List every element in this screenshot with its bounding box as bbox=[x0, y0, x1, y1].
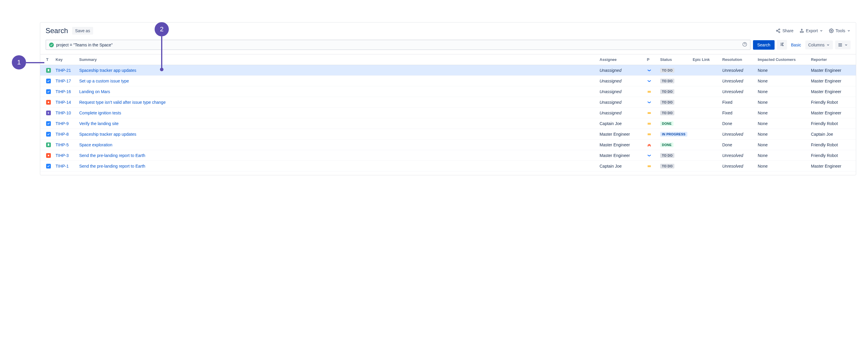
cell-summary[interactable]: Request type isn't valid after issue typ… bbox=[77, 97, 597, 108]
cell-key[interactable]: TIHP-8 bbox=[53, 129, 77, 140]
table-row[interactable]: TIHP-14Request type isn't valid after is… bbox=[40, 97, 856, 108]
cell-summary[interactable]: Landing on Mars bbox=[77, 86, 597, 97]
svg-point-1 bbox=[776, 30, 778, 31]
cell-key[interactable]: TIHP-16 bbox=[53, 86, 77, 97]
table-row[interactable]: TIHP-5Space explorationMaster EngineerDO… bbox=[40, 140, 856, 150]
issue-summary-link[interactable]: Set up a custom issue type bbox=[79, 79, 129, 83]
cell-key[interactable]: TIHP-17 bbox=[53, 76, 77, 86]
table-row[interactable]: TIHP-1Send the pre-landing report to Ear… bbox=[40, 161, 856, 172]
search-button[interactable]: Search bbox=[753, 40, 774, 50]
save-as-button[interactable]: Save as bbox=[72, 27, 93, 35]
cell-key[interactable]: TIHP-21 bbox=[53, 65, 77, 76]
col-epic-link[interactable]: Epic Link bbox=[690, 54, 720, 65]
cell-key[interactable]: TIHP-3 bbox=[53, 150, 77, 161]
tools-button[interactable]: Tools bbox=[829, 28, 850, 33]
cell-summary[interactable]: Spaceship tracker app updates bbox=[77, 129, 597, 140]
issue-key-link[interactable]: TIHP-14 bbox=[56, 100, 71, 104]
col-status[interactable]: Status bbox=[658, 54, 690, 65]
cell-priority bbox=[645, 161, 658, 172]
cell-type bbox=[40, 97, 53, 108]
issue-summary-link[interactable]: Spaceship tracker app updates bbox=[79, 132, 136, 137]
issue-key-link[interactable]: TIHP-5 bbox=[56, 143, 69, 147]
basic-mode-link[interactable]: Basic bbox=[791, 42, 801, 47]
cell-type bbox=[40, 140, 53, 150]
cell-summary[interactable]: Verify the landing site bbox=[77, 118, 597, 129]
view-switcher-button[interactable] bbox=[835, 40, 850, 49]
col-type[interactable]: T bbox=[40, 54, 53, 65]
cell-impacted: None bbox=[755, 161, 809, 172]
issue-summary-link[interactable]: Complete ignition tests bbox=[79, 111, 121, 115]
help-icon[interactable] bbox=[742, 42, 747, 48]
issue-key-link[interactable]: TIHP-21 bbox=[56, 68, 71, 73]
cell-priority bbox=[645, 129, 658, 140]
issue-key-link[interactable]: TIHP-16 bbox=[56, 89, 71, 94]
cell-impacted: None bbox=[755, 86, 809, 97]
export-button[interactable]: Export bbox=[799, 28, 823, 33]
cell-key[interactable]: TIHP-10 bbox=[53, 108, 77, 118]
share-label: Share bbox=[782, 28, 793, 33]
table-row[interactable]: TIHP-8Spaceship tracker app updatesMaste… bbox=[40, 129, 856, 140]
chevron-down-icon bbox=[826, 43, 830, 47]
cell-key[interactable]: TIHP-9 bbox=[53, 118, 77, 129]
cell-type bbox=[40, 129, 53, 140]
cell-epic bbox=[690, 108, 720, 118]
story-icon bbox=[46, 143, 51, 147]
col-summary[interactable]: Summary bbox=[77, 54, 597, 65]
export-icon bbox=[799, 28, 804, 33]
jql-input[interactable]: project = "Teams in the Space" bbox=[45, 40, 751, 50]
cell-assignee: Unassigned bbox=[597, 108, 645, 118]
jql-toggle-button[interactable] bbox=[777, 40, 787, 50]
status-badge: TO DO bbox=[660, 79, 674, 83]
issue-summary-link[interactable]: Space exploration bbox=[79, 143, 112, 147]
cell-assignee: Unassigned bbox=[597, 65, 645, 76]
cell-key[interactable]: TIHP-1 bbox=[53, 161, 77, 172]
cell-summary[interactable]: Complete ignition tests bbox=[77, 108, 597, 118]
columns-label: Columns bbox=[808, 42, 825, 47]
status-badge: TO DO bbox=[660, 68, 674, 73]
issue-key-link[interactable]: TIHP-17 bbox=[56, 79, 71, 83]
table-row[interactable]: TIHP-3Send the pre-landing report to Ear… bbox=[40, 150, 856, 161]
svg-line-3 bbox=[778, 31, 779, 32]
col-resolution[interactable]: Resolution bbox=[720, 54, 755, 65]
cell-summary[interactable]: Send the pre-landing report to Earth bbox=[77, 161, 597, 172]
issue-key-link[interactable]: TIHP-8 bbox=[56, 132, 69, 137]
issue-key-link[interactable]: TIHP-10 bbox=[56, 111, 71, 115]
share-button[interactable]: Share bbox=[776, 28, 793, 33]
cell-priority bbox=[645, 118, 658, 129]
columns-button[interactable]: Columns bbox=[805, 40, 833, 49]
svg-point-2 bbox=[779, 32, 780, 33]
col-key[interactable]: Key bbox=[53, 54, 77, 65]
col-reporter[interactable]: Reporter bbox=[809, 54, 856, 65]
cell-summary[interactable]: Send the pre-landing report to Earth bbox=[77, 150, 597, 161]
issue-key-link[interactable]: TIHP-9 bbox=[56, 121, 69, 126]
issue-summary-link[interactable]: Spaceship tracker app updates bbox=[79, 68, 136, 73]
cell-summary[interactable]: Space exploration bbox=[77, 140, 597, 150]
table-row[interactable]: TIHP-16Landing on MarsUnassignedTO DOUnr… bbox=[40, 86, 856, 97]
issue-key-link[interactable]: TIHP-3 bbox=[56, 153, 69, 158]
jql-text: project = "Teams in the Space" bbox=[56, 42, 740, 47]
table-row[interactable]: TIHP-17Set up a custom issue typeUnassig… bbox=[40, 76, 856, 86]
cell-key[interactable]: TIHP-5 bbox=[53, 140, 77, 150]
issue-summary-link[interactable]: Send the pre-landing report to Earth bbox=[79, 164, 145, 169]
issue-summary-link[interactable]: Landing on Mars bbox=[79, 89, 110, 94]
table-row[interactable]: TIHP-10Complete ignition testsUnassigned… bbox=[40, 108, 856, 118]
svg-point-27 bbox=[48, 155, 50, 156]
cell-key[interactable]: TIHP-14 bbox=[53, 97, 77, 108]
issue-summary-link[interactable]: Verify the landing site bbox=[79, 121, 119, 126]
bug-icon bbox=[46, 153, 51, 158]
cell-priority bbox=[645, 65, 658, 76]
cell-priority bbox=[645, 97, 658, 108]
col-assignee[interactable]: Assignee bbox=[597, 54, 645, 65]
status-badge: TO DO bbox=[660, 89, 674, 94]
issues-table: T Key Summary Assignee P Status Epic Lin… bbox=[40, 54, 856, 172]
cell-status: TO DO bbox=[658, 76, 690, 86]
svg-line-4 bbox=[778, 30, 779, 30]
cell-summary[interactable]: Spaceship tracker app updates bbox=[77, 65, 597, 76]
col-priority[interactable]: P bbox=[645, 54, 658, 65]
issue-summary-link[interactable]: Request type isn't valid after issue typ… bbox=[79, 100, 165, 104]
cell-summary[interactable]: Set up a custom issue type bbox=[77, 76, 597, 86]
col-impacted-customers[interactable]: Impacted Customers bbox=[755, 54, 809, 65]
issue-summary-link[interactable]: Send the pre-landing report to Earth bbox=[79, 153, 145, 158]
issue-key-link[interactable]: TIHP-1 bbox=[56, 164, 69, 169]
table-row[interactable]: TIHP-9Verify the landing siteCaptain Joe… bbox=[40, 118, 856, 129]
